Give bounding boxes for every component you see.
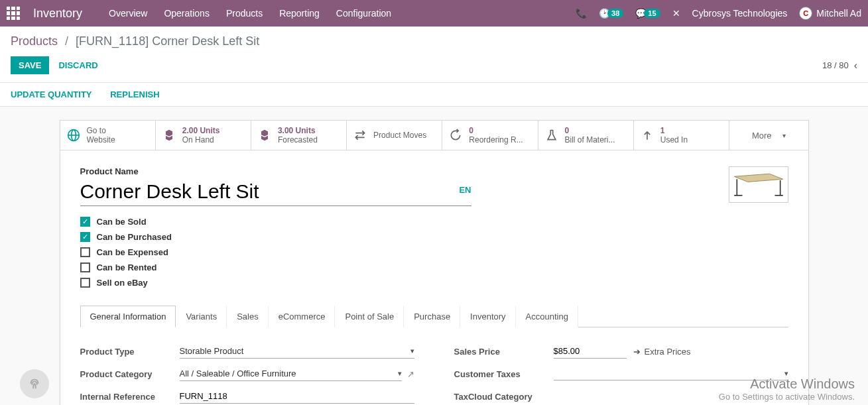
tab-general[interactable]: General Information <box>80 306 176 327</box>
tab-sales[interactable]: Sales <box>227 306 269 327</box>
fingerprint-icon <box>27 376 42 391</box>
product-type-select[interactable]: Storable Product <box>180 344 414 359</box>
fields-left: Product Type Storable Product Product Ca… <box>80 343 414 405</box>
save-button[interactable]: SAVE <box>11 56 49 74</box>
breadcrumb: Products / [FURN_1118] Corner Desk Left … <box>11 34 857 48</box>
breadcrumb-root[interactable]: Products <box>11 34 58 48</box>
apps-icon[interactable] <box>7 7 20 20</box>
tab-variants[interactable]: Variants <box>176 306 227 327</box>
user-menu[interactable]: C Mitchell Ad <box>799 7 861 20</box>
pager-text[interactable]: 18 / 80 <box>822 60 849 70</box>
lbl-product-type: Product Type <box>80 347 180 357</box>
product-category-select[interactable]: All / Saleable / Office Furniture <box>180 367 402 381</box>
lbl-ref: Internal Reference <box>80 392 180 402</box>
messages-badge: 15 <box>644 9 660 18</box>
form-container: Go toWebsite 2.00 UnitsOn Hand 3.00 Unit… <box>0 107 868 405</box>
nav-operations[interactable]: Operations <box>164 8 209 19</box>
customer-taxes-select[interactable] <box>554 367 788 380</box>
chk-ebay[interactable] <box>80 278 90 288</box>
fields-right: Sales Price ➔Extra Prices Customer Taxes… <box>454 343 788 405</box>
chk-expensed[interactable] <box>80 247 90 257</box>
stat-bom[interactable]: 0Bill of Materi... <box>538 121 634 150</box>
nav-products[interactable]: Products <box>226 8 263 19</box>
phone-icon[interactable]: 📞 <box>576 8 587 19</box>
stat-onhand[interactable]: 2.00 UnitsOn Hand <box>156 121 251 150</box>
arrow-up-icon <box>641 129 654 142</box>
replenish-button[interactable]: REPLENISH <box>110 89 159 99</box>
pager-prev-icon[interactable]: ‹ <box>854 60 857 72</box>
desk-icon <box>731 168 786 201</box>
stat-usedin[interactable]: 1Used In <box>634 121 729 150</box>
nav-reporting[interactable]: Reporting <box>279 8 320 19</box>
stat-forecast[interactable]: 3.00 UnitsForecasted <box>251 121 347 150</box>
avatar: C <box>799 7 812 20</box>
action-row: SAVE DISCARD 18 / 80 ‹ <box>11 56 857 82</box>
discard-button[interactable]: DISCARD <box>58 60 97 70</box>
extra-prices-button[interactable]: ➔Extra Prices <box>633 347 691 357</box>
chk-purchased[interactable]: ✓ <box>80 232 90 242</box>
tab-inventory[interactable]: Inventory <box>460 306 515 327</box>
lbl-price: Sales Price <box>454 347 554 357</box>
tab-pos[interactable]: Point of Sale <box>335 306 404 327</box>
chk-purchased-label: Can be Purchased <box>97 232 172 242</box>
tabs: General Information Variants Sales eComm… <box>80 305 788 327</box>
tools-icon[interactable]: ✕ <box>672 8 680 19</box>
product-name-label: Product Name <box>80 166 729 176</box>
fingerprint-fab[interactable] <box>20 369 49 398</box>
globe-icon <box>67 129 80 142</box>
breadcrumb-current: [FURN_1118] Corner Desk Left Sit <box>76 34 259 48</box>
tab-accounting[interactable]: Accounting <box>516 306 578 327</box>
stat-more[interactable]: More▾ <box>729 121 808 150</box>
chk-sold-label: Can be Sold <box>97 217 147 227</box>
sheet-body: Product Name EN ✓Can be Sold ✓Can be Pur… <box>60 150 808 405</box>
sub-actions: UPDATE QUANTITY REPLENISH <box>0 83 868 107</box>
stat-reorder[interactable]: 0Reordering R... <box>442 121 538 150</box>
chk-rented-label: Can be Rented <box>97 262 157 272</box>
chk-expensed-label: Can be Expensed <box>97 247 168 257</box>
form-sheet: Go toWebsite 2.00 UnitsOn Hand 3.00 Unit… <box>60 120 809 405</box>
pager: 18 / 80 ‹ <box>822 60 857 72</box>
product-checks: ✓Can be Sold ✓Can be Purchased Can be Ex… <box>80 217 729 288</box>
chk-ebay-label: Sell on eBay <box>97 278 148 288</box>
user-name: Mitchell Ad <box>816 8 861 19</box>
messages-button[interactable]: 💬 15 <box>635 8 660 19</box>
exchange-icon <box>353 129 367 142</box>
refresh-icon <box>449 129 462 142</box>
nav-overview[interactable]: Overview <box>109 8 147 19</box>
product-name-input[interactable] <box>80 178 440 205</box>
company-name[interactable]: Cybrosys Technologies <box>692 8 788 19</box>
nav-menu: Overview Operations Products Reporting C… <box>109 8 391 19</box>
lbl-taxes: Customer Taxes <box>454 369 554 379</box>
activities-badge: 38 <box>607 9 623 18</box>
tab-purchase[interactable]: Purchase <box>404 306 460 327</box>
stat-row: Go toWebsite 2.00 UnitsOn Hand 3.00 Unit… <box>60 121 808 150</box>
top-navbar: Inventory Overview Operations Products R… <box>0 0 868 27</box>
stat-website[interactable]: Go toWebsite <box>60 121 156 150</box>
fields: Product Type Storable Product Product Ca… <box>80 343 788 405</box>
lbl-taxcloud: TaxCloud Category <box>454 392 554 402</box>
external-link-icon[interactable]: ↗ <box>407 369 414 379</box>
cubes-icon <box>258 129 271 142</box>
cubes-icon <box>162 129 176 142</box>
activities-button[interactable]: 🕑 38 <box>599 8 623 19</box>
page-header: Products / [FURN_1118] Corner Desk Left … <box>0 27 868 83</box>
chk-sold[interactable]: ✓ <box>80 217 90 227</box>
caret-down-icon: ▾ <box>782 132 786 139</box>
lang-badge[interactable]: EN <box>459 185 471 195</box>
product-image[interactable] <box>729 166 788 203</box>
nav-right: 📞 🕑 38 💬 15 ✕ Cybrosys Technologies C Mi… <box>576 7 861 20</box>
app-name[interactable]: Inventory <box>33 7 82 21</box>
breadcrumb-sep: / <box>65 34 68 48</box>
tab-ecommerce[interactable]: eCommerce <box>269 306 336 327</box>
arrow-right-icon: ➔ <box>633 347 641 357</box>
stat-moves[interactable]: Product Moves <box>347 121 442 150</box>
chk-rented[interactable] <box>80 262 90 272</box>
flask-icon <box>545 129 558 142</box>
nav-configuration[interactable]: Configuration <box>336 8 391 19</box>
internal-ref-input[interactable] <box>180 389 414 404</box>
sales-price-input[interactable] <box>554 344 627 359</box>
lbl-category: Product Category <box>80 369 180 379</box>
update-quantity-button[interactable]: UPDATE QUANTITY <box>11 89 92 99</box>
